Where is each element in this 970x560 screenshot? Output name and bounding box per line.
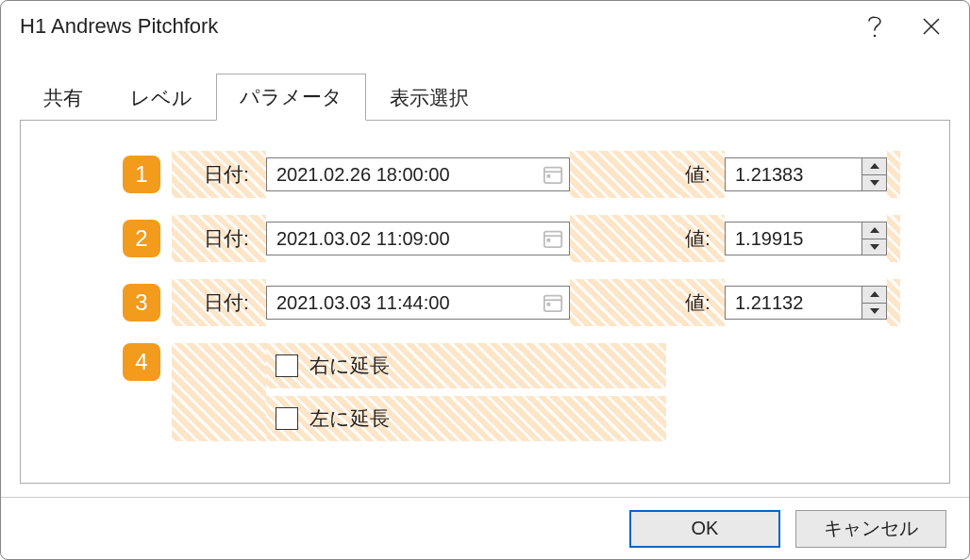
svg-rect-3 (547, 174, 551, 178)
spin-down-icon[interactable] (862, 239, 886, 255)
help-button[interactable] (846, 1, 903, 52)
tab-share[interactable]: 共有 (20, 74, 107, 121)
param-row-4: 4 右に延長 左に延長 (123, 343, 923, 441)
ok-button[interactable]: OK (629, 510, 780, 548)
date-label-1: 日付: (172, 151, 266, 198)
extend-left-row: 左に延長 (266, 396, 666, 441)
value-label-1: 値: (685, 161, 725, 188)
value-spinner-2 (862, 222, 887, 255)
title-bar: H1 Andrews Pitchfork (1, 1, 969, 52)
spin-up-icon[interactable] (862, 158, 886, 174)
date-input-3[interactable]: 2021.03.03 11:44:00 (266, 286, 570, 320)
tab-panel: 1 日付: 2021.02.26 18:00:00 値: 1.21383 2 日… (20, 120, 950, 484)
svg-rect-4 (544, 232, 561, 247)
date-label-3: 日付: (172, 279, 266, 326)
calendar-icon[interactable] (543, 228, 563, 249)
extend-left-label: 左に延長 (309, 405, 390, 432)
tab-levels[interactable]: レベル (107, 74, 216, 121)
extend-left-checkbox[interactable] (276, 407, 298, 430)
spin-down-icon[interactable] (862, 174, 886, 191)
close-button[interactable] (903, 1, 960, 52)
tab-bar: 共有 レベル パラメータ 表示選択 (1, 52, 969, 120)
svg-rect-6 (547, 239, 551, 242)
spin-up-icon[interactable] (862, 222, 886, 239)
extend-options: 右に延長 左に延長 (266, 343, 666, 441)
svg-rect-9 (547, 303, 551, 306)
tab-display[interactable]: 表示選択 (366, 74, 493, 121)
param-row-2: 2 日付: 2021.03.02 11:09:00 値: 1.19915 (123, 215, 923, 262)
value-input-2[interactable]: 1.19915 (725, 222, 862, 255)
svg-rect-7 (544, 296, 561, 312)
dialog-window: H1 Andrews Pitchfork 共有 レベル パラメータ 表示選択 1… (0, 0, 970, 560)
cancel-button[interactable]: キャンセル (795, 510, 946, 548)
extend-right-label: 右に延長 (309, 353, 390, 379)
value-spinner-3 (862, 286, 887, 320)
extend-right-checkbox[interactable] (276, 354, 298, 377)
tab-parameters[interactable]: パラメータ (216, 74, 366, 121)
date-input-2[interactable]: 2021.03.02 11:09:00 (266, 222, 570, 255)
value-input-3[interactable]: 1.21132 (725, 286, 862, 320)
spin-up-icon[interactable] (862, 287, 886, 303)
value-label-3: 値: (685, 289, 725, 316)
value-label-2: 値: (685, 225, 725, 252)
param-row-1: 1 日付: 2021.02.26 18:00:00 値: 1.21383 (123, 151, 923, 198)
calendar-icon[interactable] (543, 292, 563, 313)
value-spinner-1 (862, 157, 887, 191)
spin-down-icon[interactable] (862, 303, 886, 320)
svg-point-0 (874, 35, 876, 37)
badge-4: 4 (123, 343, 160, 381)
extend-right-row: 右に延長 (266, 343, 666, 388)
badge-1: 1 (123, 156, 160, 193)
date-input-1[interactable]: 2021.02.26 18:00:00 (266, 157, 570, 191)
svg-rect-1 (544, 168, 561, 184)
badge-2: 2 (123, 220, 160, 257)
value-input-1[interactable]: 1.21383 (725, 157, 862, 191)
window-title: H1 Andrews Pitchfork (20, 14, 846, 39)
dialog-footer: OK キャンセル (1, 497, 969, 559)
badge-3: 3 (123, 284, 160, 321)
param-row-3: 3 日付: 2021.03.03 11:44:00 値: 1.21132 (123, 279, 923, 326)
date-label-2: 日付: (172, 215, 266, 262)
calendar-icon[interactable] (543, 164, 563, 185)
